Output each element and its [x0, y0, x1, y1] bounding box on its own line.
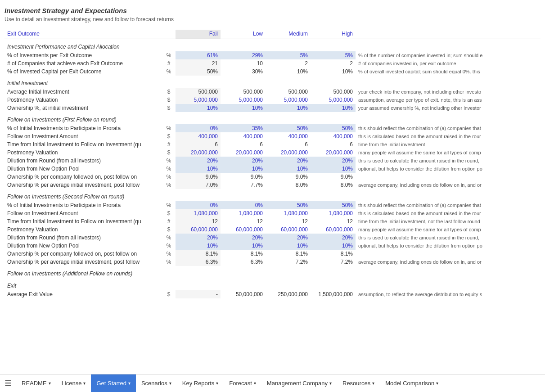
- row-fail: 60,000,000: [176, 225, 221, 234]
- row-unit: %: [162, 201, 176, 209]
- row-label: % of Invested Capital per Exit Outcome: [5, 68, 162, 76]
- nav-item-label: Get Started: [96, 380, 126, 387]
- nav-item-label: Scenarios: [141, 380, 167, 387]
- row-label: Postmoney Valuation: [5, 149, 162, 157]
- nav-item-resources[interactable]: Resources▾: [337, 374, 380, 392]
- section-header-label: Follow on Investments (Additional Follow…: [5, 266, 540, 278]
- row-medium: 2: [266, 59, 311, 68]
- table-row: Postmoney Valuation $ 5,000,000 5,000,00…: [5, 96, 540, 104]
- row-low: 50,000,000: [221, 290, 266, 298]
- nav-item-model-comparison[interactable]: Model Comparison▾: [380, 374, 444, 392]
- row-medium: 10%: [266, 68, 311, 76]
- nav-item-label: Forecast: [229, 380, 252, 387]
- row-notes: this is used to calculate the amount rai…: [356, 157, 540, 165]
- caret-icon: ▾: [372, 381, 374, 386]
- row-fail: 1,080,000: [176, 209, 221, 217]
- table-row: Ownership % per average initial investme…: [5, 258, 540, 266]
- row-notes: this is used to calculate the amount rai…: [356, 234, 540, 242]
- row-fail: 10%: [176, 165, 221, 173]
- nav-item-label: License: [62, 380, 82, 387]
- nav-item-label: Resources: [342, 380, 370, 387]
- row-fail: 0%: [176, 124, 221, 132]
- table-row: # of Companies that achieve each Exit Ou…: [5, 59, 540, 68]
- row-notes: [356, 250, 540, 258]
- row-notes: assumption, average per type of exit. no…: [356, 96, 540, 104]
- caret-icon: ▾: [329, 381, 332, 386]
- row-high: 5%: [311, 51, 356, 59]
- table-row: Postmoney Valuation $ 20,000,000 20,000,…: [5, 149, 540, 157]
- row-fail: 500,000: [176, 88, 221, 96]
- row-high: 12: [311, 217, 356, 225]
- row-medium: 50%: [266, 124, 311, 132]
- row-low: 10: [221, 59, 266, 68]
- row-fail: 7.0%: [176, 181, 221, 189]
- row-high: 50%: [311, 124, 356, 132]
- table-row: Dilution from New Option Pool % 10% 10% …: [5, 165, 540, 173]
- section-header-label: Investment Performance and Capital Alloc…: [5, 39, 540, 52]
- row-notes: your check into the company, not includi…: [356, 88, 540, 96]
- nav-item-readme[interactable]: README▾: [16, 374, 56, 392]
- row-notes: assumption, to reflect the average distr…: [356, 290, 540, 298]
- nav-item-key-reports[interactable]: Key Reports▾: [177, 374, 224, 392]
- row-label: Ownership % per average initial investme…: [5, 258, 162, 266]
- section-header-row: Exit: [5, 278, 540, 290]
- hamburger-button[interactable]: ☰: [0, 374, 16, 392]
- row-unit: #: [162, 217, 176, 225]
- header-unit: [162, 30, 176, 39]
- row-medium: 5%: [266, 51, 311, 59]
- row-medium: 10%: [266, 242, 311, 250]
- caret-icon: ▾: [128, 381, 131, 386]
- row-unit: %: [162, 124, 176, 132]
- table-row: % of Initial Investments to Participate …: [5, 201, 540, 209]
- row-low: 6: [221, 140, 266, 149]
- row-label: Time from Initial Investment to Follow o…: [5, 217, 162, 225]
- table-row: Ownership % per average initial investme…: [5, 181, 540, 189]
- row-low: 20%: [221, 234, 266, 242]
- row-fail: 8.1%: [176, 250, 221, 258]
- row-low: 30%: [221, 68, 266, 76]
- row-fail: 9.0%: [176, 173, 221, 181]
- row-medium: 60,000,000: [266, 225, 311, 234]
- nav-item-label: Management Company: [267, 380, 328, 387]
- row-medium: 8.1%: [266, 250, 311, 258]
- row-low: 400,000: [221, 132, 266, 140]
- row-unit: #: [162, 59, 176, 68]
- row-medium: 12: [266, 217, 311, 225]
- row-label: # of Companies that achieve each Exit Ou…: [5, 59, 162, 68]
- nav-item-management-company[interactable]: Management Company▾: [261, 374, 337, 392]
- row-label: Average Exit Value: [5, 290, 162, 298]
- row-unit: $: [162, 96, 176, 104]
- table-row: Dilution from New Option Pool % 10% 10% …: [5, 242, 540, 250]
- row-unit: %: [162, 157, 176, 165]
- row-label: % of Investments per Exit Outcome: [5, 51, 162, 59]
- row-medium: 50%: [266, 201, 311, 209]
- row-label: Ownership % per average initial investme…: [5, 181, 162, 189]
- row-medium: 250,000,000: [266, 290, 311, 298]
- nav-item-scenarios[interactable]: Scenarios▾: [136, 374, 177, 392]
- table-row: Dilution from Round (from all investors)…: [5, 234, 540, 242]
- hamburger-icon: ☰: [5, 378, 12, 388]
- row-fail: 400,000: [176, 132, 221, 140]
- table-row: % of Investments per Exit Outcome % 61% …: [5, 51, 540, 59]
- table-row: Average Initial Investment $ 500,000 500…: [5, 88, 540, 96]
- row-medium: 400,000: [266, 132, 311, 140]
- nav-item-license[interactable]: License▾: [56, 374, 91, 392]
- row-fail: 6: [176, 140, 221, 149]
- row-low: 7.7%: [221, 181, 266, 189]
- row-unit: $: [162, 209, 176, 217]
- row-notes: this is calculated based on the amount r…: [356, 209, 540, 217]
- table-header-row: Exit Outcome Fail Low Medium High: [5, 30, 540, 39]
- row-unit: #: [162, 140, 176, 149]
- row-high: 20%: [311, 157, 356, 165]
- row-label: Ownership % per company followed on, pos…: [5, 173, 162, 181]
- table-row: % of Invested Capital per Exit Outcome %…: [5, 68, 540, 76]
- row-medium: 500,000: [266, 88, 311, 96]
- nav-item-get-started[interactable]: Get Started▾: [91, 374, 135, 392]
- row-low: 8.1%: [221, 250, 266, 258]
- header-medium: Medium: [266, 30, 311, 39]
- nav-item-forecast[interactable]: Forecast▾: [224, 374, 261, 392]
- row-high: 5,000,000: [311, 96, 356, 104]
- section-header-label: Exit: [5, 278, 540, 290]
- section-header-row: Follow on Investments (Additional Follow…: [5, 266, 540, 278]
- nav-item-label: README: [22, 380, 47, 387]
